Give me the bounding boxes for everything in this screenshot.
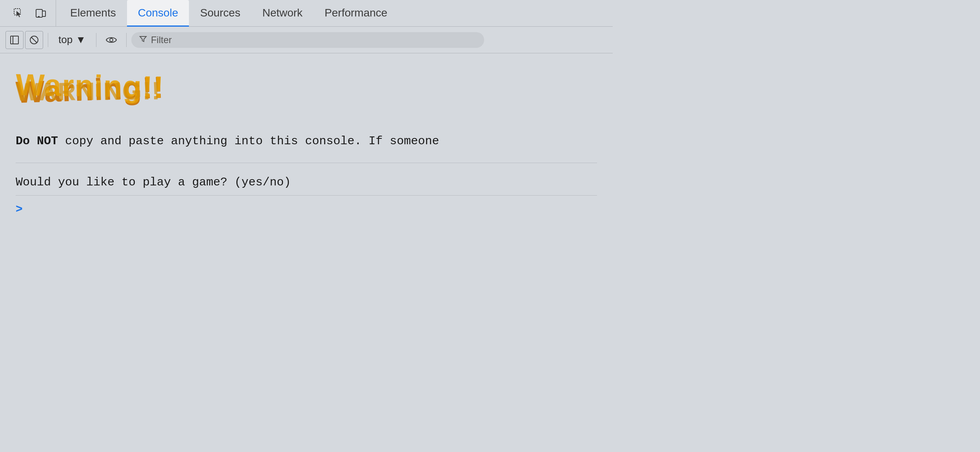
svg-point-8: [110, 38, 113, 42]
filter-bar[interactable]: Filter: [131, 32, 484, 48]
clear-console-button[interactable]: [25, 31, 43, 49]
live-expressions-button[interactable]: [101, 31, 122, 49]
sidebar-toggle-button[interactable]: [5, 31, 24, 49]
tab-elements[interactable]: Elements: [59, 0, 127, 27]
svg-rect-4: [11, 36, 18, 44]
console-input[interactable]: [27, 203, 597, 215]
warning-text-layer-3: WARNING!!: [16, 76, 161, 106]
filter-placeholder: Filter: [151, 34, 172, 45]
tab-network[interactable]: Network: [251, 0, 314, 27]
device-toolbar-button[interactable]: [32, 5, 49, 22]
context-dropdown[interactable]: top ▼: [53, 31, 91, 48]
tab-performance[interactable]: Performance: [314, 0, 398, 27]
element-picker-button[interactable]: [10, 5, 27, 22]
toolbar-divider-3: [126, 33, 127, 47]
svg-line-7: [31, 37, 37, 42]
game-message-section: Would you like to play a game? (yes/no): [16, 166, 597, 196]
tab-console[interactable]: Console: [127, 0, 189, 27]
do-not-message: Do NOT copy and paste anything into this…: [16, 128, 597, 155]
warning-text-display: Warning!! Warning!! WARNING!!: [16, 71, 597, 122]
tab-sources[interactable]: Sources: [189, 0, 251, 27]
toolbar-divider-1: [48, 33, 48, 47]
console-prompt-line[interactable]: >: [16, 196, 597, 218]
console-content: Warning!! Warning!! WARNING!! Do NOT cop…: [0, 53, 613, 282]
prompt-arrow-icon: >: [16, 202, 23, 215]
filter-icon: [139, 35, 147, 45]
toolbar-divider-2: [96, 33, 96, 47]
console-toolbar: top ▼ Filter: [0, 27, 613, 53]
warning-section: Warning!! Warning!! WARNING!! Do NOT cop…: [16, 63, 597, 163]
game-message: Would you like to play a game? (yes/no): [16, 176, 597, 189]
svg-rect-2: [42, 11, 45, 16]
devtools-icon-group: [4, 0, 56, 26]
tab-bar: Elements Console Sources Network Perform…: [0, 0, 613, 27]
